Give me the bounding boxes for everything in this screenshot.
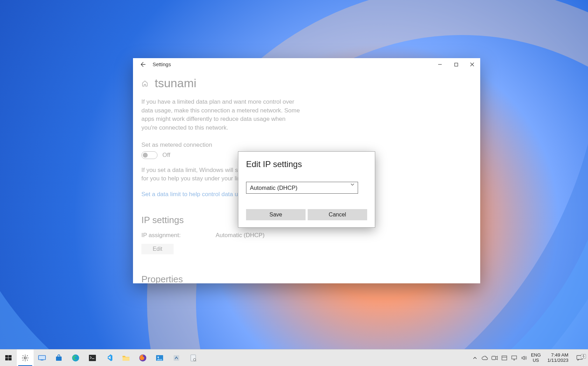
svg-rect-15 [174,355,179,361]
svg-rect-20 [512,356,517,359]
firefox-icon [138,353,147,362]
tray-volume[interactable] [519,350,528,366]
arrow-left-icon [140,62,146,67]
cloud-icon [482,356,488,360]
windows-icon [4,353,13,362]
speaker-icon [521,355,527,360]
taskbar-app-terminal[interactable] [84,350,101,366]
photos-icon [155,353,164,362]
gear-icon [21,353,30,362]
settings-window: Settings tsunami If you have a limited d… [133,58,480,283]
close-button[interactable] [464,58,480,71]
taskbar-app-explorer[interactable] [118,350,134,366]
lang-bot: US [529,358,542,363]
taskview-icon [37,353,47,362]
ip-mode-select[interactable]: Automatic (DHCP) [246,182,358,194]
chevron-up-icon [473,356,477,360]
svg-rect-6 [38,355,46,360]
document-icon [189,353,198,362]
svg-point-14 [158,357,159,358]
svg-point-5 [24,357,26,359]
terminal-icon [88,353,97,362]
video-icon [491,355,498,360]
tray-network[interactable] [510,350,519,366]
svg-rect-3 [5,358,8,360]
tray-vm-tools[interactable] [500,350,509,366]
tray-language[interactable]: ENG US [529,353,542,363]
box-icon [502,355,507,360]
svg-rect-4 [8,358,12,360]
titlebar: Settings [133,58,480,71]
svg-rect-11 [122,357,130,361]
tray-clock[interactable]: 7:49 AM 1/11/2023 [543,353,571,363]
system-tray: ENG US 7:49 AM 1/11/2023 6 [470,350,588,366]
svg-rect-7 [41,360,43,360]
taskbar-app-generic-2[interactable] [185,350,202,366]
dialog-title: Edit IP settings [246,159,367,169]
svg-rect-16 [191,355,196,361]
taskbar-app-edge[interactable] [67,350,84,366]
tray-action-center[interactable]: 6 [572,355,587,361]
window-title: Settings [153,62,171,67]
notification-badge: 6 [581,354,586,359]
save-button[interactable]: Save [246,209,306,220]
vscode-icon [105,353,114,362]
taskbar: ENG US 7:49 AM 1/11/2023 6 [0,349,588,366]
lang-top: ENG [529,353,542,358]
svg-rect-1 [5,355,8,358]
svg-rect-19 [502,356,507,360]
svg-rect-18 [492,356,496,360]
svg-rect-0 [455,63,458,66]
svg-rect-2 [8,355,12,358]
taskbar-app-settings[interactable] [17,350,34,366]
taskbar-app-generic-1[interactable] [168,350,185,366]
edit-ip-dialog: Edit IP settings Automatic (DHCP) Save C… [238,151,375,228]
cancel-button[interactable]: Cancel [308,209,367,220]
taskbar-app-vscode[interactable] [101,350,118,366]
svg-rect-10 [89,355,96,361]
edge-icon [71,353,80,362]
window-content: tsunami If you have a limited data plan … [133,71,480,283]
folder-icon [121,353,131,362]
monitor-icon [511,355,517,360]
maximize-button[interactable] [448,58,464,71]
start-button[interactable] [0,350,17,366]
svg-rect-8 [56,357,62,361]
taskbar-app-firefox[interactable] [134,350,151,366]
taskbar-app-taskview[interactable] [34,350,50,366]
maximize-icon [454,63,458,67]
clock-time: 7:49 AM [543,353,568,358]
taskbar-app-photos[interactable] [151,350,168,366]
minimize-button[interactable] [432,58,448,71]
tray-overflow[interactable] [470,350,479,366]
store-icon [54,353,63,362]
minimize-icon [438,62,442,67]
taskbar-app-store[interactable] [50,350,67,366]
tool-icon [172,353,181,362]
tray-onedrive[interactable] [480,350,489,366]
close-icon [470,62,474,67]
tray-meet-now[interactable] [490,350,499,366]
clock-date: 1/11/2023 [543,358,568,363]
back-button[interactable] [137,62,149,67]
